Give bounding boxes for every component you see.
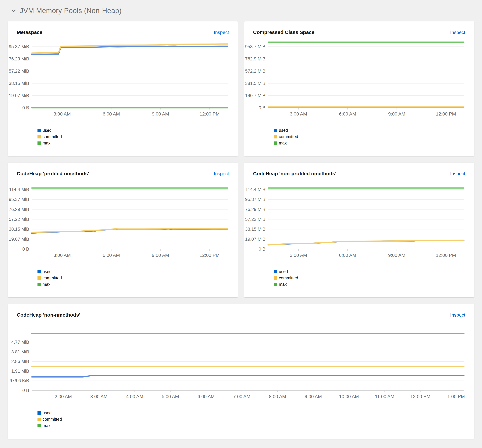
legend-label-committed: committed bbox=[42, 134, 62, 139]
legend-item-committed: committed bbox=[274, 276, 474, 280]
legend-item-committed: committed bbox=[38, 134, 238, 139]
legend-swatch-used bbox=[274, 270, 277, 273]
chart-canvas-codeheap-non-profiled-nmethods-svg: 114.4 MiB95.37 MiB76.29 MiB57.22 MiB38.1… bbox=[244, 180, 474, 259]
svg-text:3:00 AM: 3:00 AM bbox=[290, 253, 307, 258]
chart-legend-codeheap-non-nmethods: usedcommittedmax bbox=[38, 410, 474, 428]
svg-text:6:00 AM: 6:00 AM bbox=[103, 253, 120, 258]
card-compressed-class-space: Compressed Class Space Inspect 953.7 MiB… bbox=[244, 21, 474, 156]
card-codeheap-profiled-nmethods: CodeHeap 'profiled nmethods' Inspect 114… bbox=[8, 163, 238, 297]
legend-swatch-committed bbox=[38, 418, 41, 421]
chart-title-codeheap-non-profiled-nmethods: CodeHeap 'non-profiled nmethods' bbox=[253, 171, 336, 176]
svg-text:0 B: 0 B bbox=[22, 247, 29, 252]
svg-text:76.29 MiB: 76.29 MiB bbox=[9, 207, 29, 212]
legend-label-committed: committed bbox=[42, 417, 62, 422]
svg-text:7:00 AM: 7:00 AM bbox=[233, 394, 250, 399]
chart-title-codeheap-profiled-nmethods: CodeHeap 'profiled nmethods' bbox=[17, 171, 89, 176]
svg-text:6:00 AM: 6:00 AM bbox=[339, 111, 356, 117]
card-codeheap-non-profiled-nmethods: CodeHeap 'non-profiled nmethods' Inspect… bbox=[244, 163, 474, 297]
svg-text:190.7 MiB: 190.7 MiB bbox=[245, 93, 265, 98]
legend-swatch-max bbox=[38, 424, 41, 427]
legend-swatch-max bbox=[274, 283, 277, 286]
legend-swatch-used bbox=[274, 129, 277, 132]
series-line-used bbox=[32, 376, 464, 377]
svg-text:381.5 MiB: 381.5 MiB bbox=[245, 81, 265, 86]
svg-text:57.22 MiB: 57.22 MiB bbox=[9, 69, 29, 74]
svg-text:0 B: 0 B bbox=[259, 247, 265, 252]
legend-swatch-committed bbox=[38, 276, 41, 280]
svg-text:1:00 PM: 1:00 PM bbox=[447, 394, 465, 399]
svg-text:6:00 AM: 6:00 AM bbox=[339, 253, 356, 258]
inspect-link-codeheap-non-nmethods[interactable]: Inspect bbox=[450, 312, 465, 318]
series-line-committed bbox=[268, 240, 464, 245]
legend-swatch-used bbox=[38, 270, 41, 273]
chart-canvas-codeheap-non-profiled-nmethods: 114.4 MiB95.37 MiB76.29 MiB57.22 MiB38.1… bbox=[244, 180, 474, 259]
legend-swatch-committed bbox=[38, 135, 41, 138]
svg-text:95.37 MiB: 95.37 MiB bbox=[245, 197, 265, 202]
legend-item-committed: committed bbox=[38, 417, 474, 422]
svg-text:19.07 MiB: 19.07 MiB bbox=[9, 237, 29, 242]
svg-text:0 B: 0 B bbox=[259, 105, 265, 110]
section-toggle-jvm-memory-pools-non-heap[interactable]: JVM Memory Pools (Non-Heap) bbox=[0, 0, 482, 21]
svg-text:4.77 MiB: 4.77 MiB bbox=[11, 340, 29, 345]
chart-canvas-codeheap-profiled-nmethods: 114.4 MiB95.37 MiB76.29 MiB57.22 MiB38.1… bbox=[8, 180, 238, 259]
chart-canvas-codeheap-non-nmethods-svg: 4.77 MiB3.81 MiB2.86 MiB1.91 MiB976.6 Ki… bbox=[8, 321, 474, 401]
card-codeheap-non-nmethods: CodeHeap 'non-nmethods' Inspect 4.77 MiB… bbox=[8, 304, 474, 439]
inspect-link-compressed-class-space[interactable]: Inspect bbox=[450, 30, 465, 35]
svg-text:4:00 AM: 4:00 AM bbox=[126, 394, 143, 399]
svg-text:976.6 KiB: 976.6 KiB bbox=[9, 378, 29, 383]
svg-text:95.37 MiB: 95.37 MiB bbox=[9, 197, 29, 202]
chart-title-compressed-class-space: Compressed Class Space bbox=[253, 30, 315, 35]
legend-swatch-committed bbox=[274, 135, 277, 138]
legend-label-max: max bbox=[42, 141, 50, 145]
inspect-link-codeheap-profiled-nmethods[interactable]: Inspect bbox=[214, 171, 229, 176]
svg-text:572.2 MiB: 572.2 MiB bbox=[245, 69, 265, 74]
svg-text:12:00 PM: 12:00 PM bbox=[410, 394, 430, 399]
legend-swatch-max bbox=[274, 142, 277, 145]
svg-text:95.37 MiB: 95.37 MiB bbox=[9, 44, 29, 49]
series-line-committed bbox=[32, 44, 228, 53]
legend-item-max: max bbox=[38, 423, 474, 428]
legend-item-max: max bbox=[38, 141, 238, 145]
svg-text:9:00 AM: 9:00 AM bbox=[388, 111, 405, 117]
legend-label-committed: committed bbox=[42, 276, 62, 280]
legend-item-committed: committed bbox=[274, 134, 474, 139]
legend-swatch-max bbox=[38, 142, 41, 145]
svg-text:9:00 AM: 9:00 AM bbox=[152, 111, 169, 117]
chart-canvas-compressed-class-space: 953.7 MiB762.9 MiB572.2 MiB381.5 MiB190.… bbox=[244, 39, 474, 118]
card-metaspace: Metaspace Inspect 95.37 MiB76.29 MiB57.2… bbox=[8, 21, 238, 156]
legend-item-used: used bbox=[274, 269, 474, 274]
legend-label-max: max bbox=[42, 282, 50, 287]
svg-text:3:00 AM: 3:00 AM bbox=[54, 253, 71, 258]
svg-text:1.91 MiB: 1.91 MiB bbox=[11, 369, 29, 374]
svg-text:5:00 AM: 5:00 AM bbox=[162, 394, 179, 399]
svg-text:38.15 MiB: 38.15 MiB bbox=[9, 81, 29, 86]
inspect-link-codeheap-non-profiled-nmethods[interactable]: Inspect bbox=[450, 171, 465, 176]
chart-title-codeheap-non-nmethods: CodeHeap 'non-nmethods' bbox=[17, 312, 80, 318]
chart-legend-codeheap-profiled-nmethods: usedcommittedmax bbox=[38, 269, 238, 287]
legend-label-used: used bbox=[42, 269, 52, 274]
legend-label-committed: committed bbox=[279, 276, 298, 280]
legend-item-max: max bbox=[274, 282, 474, 287]
legend-item-used: used bbox=[38, 269, 238, 274]
charts-grid: Metaspace Inspect 95.37 MiB76.29 MiB57.2… bbox=[8, 21, 474, 439]
legend-item-used: used bbox=[38, 410, 474, 415]
chart-legend-compressed-class-space: usedcommittedmax bbox=[274, 128, 474, 145]
svg-text:12:00 PM: 12:00 PM bbox=[199, 111, 220, 117]
svg-text:6:00 AM: 6:00 AM bbox=[198, 394, 215, 399]
svg-text:9:00 AM: 9:00 AM bbox=[388, 253, 405, 258]
inspect-link-metaspace[interactable]: Inspect bbox=[214, 30, 229, 35]
chart-canvas-codeheap-profiled-nmethods-svg: 114.4 MiB95.37 MiB76.29 MiB57.22 MiB38.1… bbox=[8, 180, 238, 259]
svg-text:2.86 MiB: 2.86 MiB bbox=[11, 359, 29, 364]
svg-text:953.7 MiB: 953.7 MiB bbox=[245, 44, 265, 49]
svg-text:3:00 AM: 3:00 AM bbox=[90, 394, 108, 399]
legend-swatch-used bbox=[38, 411, 41, 415]
legend-label-max: max bbox=[279, 282, 287, 287]
svg-text:19.07 MiB: 19.07 MiB bbox=[9, 93, 29, 98]
chart-canvas-metaspace: 95.37 MiB76.29 MiB57.22 MiB38.15 MiB19.0… bbox=[8, 39, 238, 118]
svg-text:9:00 AM: 9:00 AM bbox=[305, 394, 322, 399]
legend-item-committed: committed bbox=[38, 276, 238, 280]
chart-legend-codeheap-non-profiled-nmethods: usedcommittedmax bbox=[274, 269, 474, 287]
svg-text:2:00 AM: 2:00 AM bbox=[55, 394, 72, 399]
legend-label-used: used bbox=[42, 410, 52, 415]
svg-text:8:00 AM: 8:00 AM bbox=[269, 394, 286, 399]
